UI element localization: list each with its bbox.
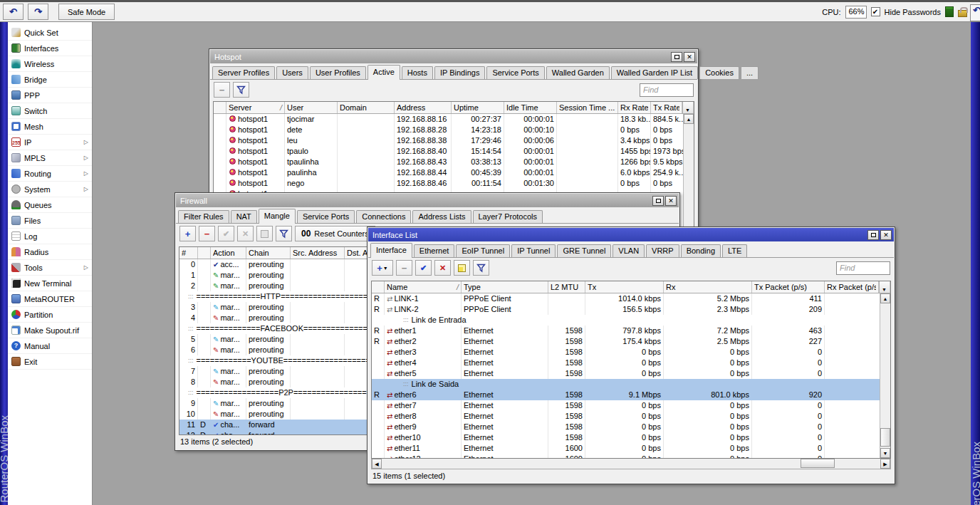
- table-row[interactable]: hotspot1paulinha192.168.88.4400:45:3900:…: [214, 167, 694, 178]
- tab-hosts[interactable]: Hosts: [402, 66, 433, 79]
- tab-ip-tunnel[interactable]: IP Tunnel: [511, 244, 556, 257]
- find-input[interactable]: [640, 83, 694, 97]
- filter-button[interactable]: [473, 260, 489, 276]
- sidebar-item-bridge[interactable]: Bridge: [8, 72, 92, 88]
- add-button[interactable]: +: [179, 226, 196, 241]
- column-header-action[interactable]: Action: [211, 247, 246, 259]
- column-header-tx[interactable]: Tx: [585, 281, 664, 293]
- table-row[interactable]: hotspot1tpaulo192.168.88.4015:14:5400:00…: [214, 146, 694, 157]
- column-header-flag[interactable]: [372, 281, 385, 293]
- tab-nat[interactable]: NAT: [231, 210, 257, 223]
- table-row[interactable]: ⇄ether3Ethernet15980 bps0 bps0: [372, 347, 890, 358]
- tab-filter-rules[interactable]: Filter Rules: [178, 210, 229, 223]
- table-row[interactable]: ⇄ether8Ethernet15980 bps0 bps0: [372, 411, 890, 422]
- tab-blank[interactable]: ...: [741, 66, 759, 79]
- table-row[interactable]: ⇄ether5Ethernet15980 bps0 bps0: [372, 368, 890, 379]
- column-header-rx[interactable]: Rx: [664, 281, 752, 293]
- sidebar-item-switch[interactable]: Switch: [8, 103, 92, 119]
- scroll-up-button[interactable]: ▲: [684, 114, 694, 124]
- enable-button[interactable]: ✔: [218, 226, 234, 241]
- tab-user-profiles[interactable]: User Profiles: [310, 66, 366, 79]
- vertical-scrollbar[interactable]: ▲: [683, 114, 694, 233]
- sidebar-item-mesh[interactable]: Mesh: [8, 119, 92, 135]
- sidebar-item-manual[interactable]: ?Manual: [8, 338, 92, 354]
- maximize-button[interactable]: [867, 230, 879, 240]
- column-header-name[interactable]: Name/: [385, 281, 462, 293]
- column-header-user[interactable]: User: [285, 102, 338, 113]
- table-row[interactable]: hotspot1tjocimar192.168.88.1600:27:3700:…: [214, 114, 694, 125]
- table-row[interactable]: ⇄ether12Ethernet16000 bps0 bps0: [372, 454, 890, 459]
- table-row[interactable]: ⇄ether7Ethernet15980 bps0 bps0: [372, 400, 890, 411]
- tab-vrrp[interactable]: VRRP: [646, 244, 679, 257]
- sidebar-item-tools[interactable]: Tools▷: [8, 260, 92, 276]
- sidebar-item-partition[interactable]: Partition: [8, 307, 92, 323]
- sidebar-item-mpls[interactable]: MPLS▷: [8, 150, 92, 166]
- remove-button[interactable]: −: [214, 82, 230, 98]
- sidebar-item-ip[interactable]: 255IP▷: [8, 135, 92, 150]
- column-header-chain[interactable]: Chain: [246, 247, 291, 259]
- scroll-up-button[interactable]: ▲: [880, 293, 890, 303]
- table-row[interactable]: hotspot1tpaulinha192.168.88.4303:38:1300…: [214, 157, 694, 167]
- table-row[interactable]: hotspot1nego192.168.88.4600:11:5400:01:3…: [214, 178, 694, 189]
- comment-row[interactable]: :::Link de Entrada: [372, 315, 890, 326]
- sidebar-item-routing[interactable]: Routing▷: [8, 166, 92, 182]
- comment-button[interactable]: [454, 260, 470, 276]
- sidebar-item-exit[interactable]: Exit: [8, 354, 92, 370]
- table-row[interactable]: hotspot1leu192.168.88.3817:29:4600:00:06…: [214, 135, 694, 146]
- safe-mode-button[interactable]: Safe Mode: [58, 4, 115, 20]
- table-row[interactable]: R⇄ether1Ethernet1598797.8 kbps7.2 Mbps46…: [372, 326, 890, 336]
- tab-walled-garden-ip-list[interactable]: Walled Garden IP List: [611, 66, 698, 79]
- horizontal-scrollbar[interactable]: ◀ ▶: [371, 459, 891, 469]
- undo-button[interactable]: ↶: [3, 4, 24, 20]
- column-header-server[interactable]: Server/: [226, 102, 285, 113]
- column-header-type[interactable]: Type: [462, 281, 548, 293]
- sidebar-item-interfaces[interactable]: Interfaces: [8, 41, 92, 56]
- hide-passwords-checkbox[interactable]: ✔: [871, 7, 880, 16]
- reset-counters-button[interactable]: 00 Reset Counters: [295, 226, 375, 241]
- tab-server-profiles[interactable]: Server Profiles: [212, 66, 275, 79]
- remove-button[interactable]: −: [396, 260, 412, 276]
- close-button[interactable]: ✕: [684, 52, 695, 62]
- scroll-left-button[interactable]: ◀: [372, 459, 382, 469]
- firewall-titlebar[interactable]: Firewall ✕: [176, 194, 679, 207]
- table-row[interactable]: ⇄ether10Ethernet15980 bps0 bps0: [372, 432, 890, 443]
- tab-gre-tunnel[interactable]: GRE Tunnel: [557, 244, 611, 257]
- sidebar-item-wireless[interactable]: Wireless: [8, 56, 92, 72]
- sidebar-item-metarouter[interactable]: MetaROUTER: [8, 291, 92, 307]
- tab-mangle[interactable]: Mangle: [259, 209, 296, 224]
- column-header-session-time[interactable]: Session Time ...: [557, 102, 618, 113]
- comment-button[interactable]: [256, 226, 273, 241]
- column-select-button[interactable]: ▼: [682, 102, 694, 113]
- column-header-rx-rate[interactable]: Rx Rate: [618, 102, 651, 113]
- tab-address-lists[interactable]: Address Lists: [412, 210, 471, 223]
- scroll-right-button[interactable]: ▶: [880, 459, 890, 469]
- find-input[interactable]: [836, 261, 890, 275]
- tab-users[interactable]: Users: [276, 66, 308, 79]
- close-button[interactable]: ✕: [665, 196, 677, 206]
- close-button[interactable]: ✕: [880, 230, 892, 240]
- sidebar-item-make-supout-rif[interactable]: Make Supout.rif: [8, 323, 92, 338]
- tab-lte[interactable]: LTE: [722, 244, 747, 257]
- column-header-flag[interactable]: [198, 247, 211, 259]
- tab-active[interactable]: Active: [368, 65, 400, 80]
- table-row[interactable]: R⇄ether2Ethernet1598175.4 kbps2.5 Mbps22…: [372, 336, 890, 347]
- sidebar-item-system[interactable]: System▷: [8, 182, 92, 197]
- tab-ethernet[interactable]: Ethernet: [414, 244, 455, 257]
- column-select-button[interactable]: ▼: [879, 281, 890, 293]
- tab-vlan[interactable]: VLAN: [612, 244, 645, 257]
- sidebar-item-quick-set[interactable]: Quick Set: [8, 25, 92, 41]
- column-header-num[interactable]: #: [179, 247, 198, 259]
- filter-button[interactable]: [233, 82, 249, 98]
- table-row[interactable]: R⇄ether6Ethernet15989.1 Mbps801.0 kbps92…: [372, 390, 890, 400]
- tab-interface[interactable]: Interface: [370, 243, 412, 258]
- tab-layer7-protocols[interactable]: Layer7 Protocols: [473, 210, 543, 223]
- column-header-txp[interactable]: Tx Packet (p/s): [752, 281, 825, 293]
- column-header-src[interactable]: Src. Address: [291, 247, 345, 259]
- add-dropdown-button[interactable]: +▼: [372, 260, 393, 276]
- tab-service-ports[interactable]: Service Ports: [486, 66, 544, 79]
- interface-list-titlebar[interactable]: Interface List ✕: [368, 228, 894, 241]
- table-row[interactable]: ⇄ether11Ethernet16000 bps0 bps0: [372, 443, 890, 454]
- disable-button[interactable]: ✕: [237, 226, 254, 241]
- column-header-l2mtu[interactable]: L2 MTU: [548, 281, 585, 293]
- topbar-corner-button[interactable]: ↶: [970, 4, 980, 21]
